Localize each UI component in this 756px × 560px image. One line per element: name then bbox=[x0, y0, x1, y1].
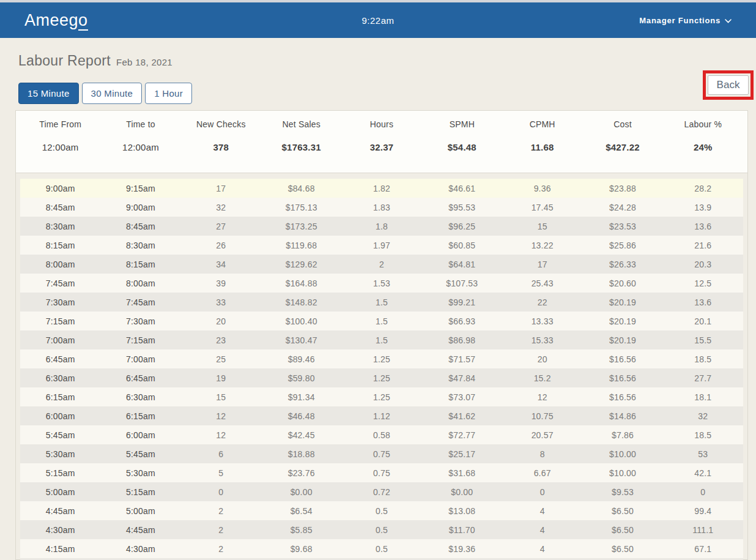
tab-30-minute[interactable]: 30 Minute bbox=[82, 83, 143, 104]
cell: 8:30am bbox=[100, 241, 180, 250]
manager-functions-menu[interactable]: Manager Functions bbox=[639, 16, 732, 25]
cell: 20.3 bbox=[663, 259, 743, 269]
cell: 0.5 bbox=[341, 525, 421, 535]
cell: 28.2 bbox=[663, 184, 743, 193]
cell: 7:15am bbox=[100, 335, 180, 345]
manager-functions-label: Manager Functions bbox=[639, 16, 721, 25]
labour-report-table: Time FromTime toNew ChecksNet SalesHours… bbox=[15, 110, 748, 560]
cell: $96.25 bbox=[422, 222, 502, 231]
cell: 0.75 bbox=[341, 449, 421, 459]
cell: 24% bbox=[663, 142, 743, 152]
cell: 23 bbox=[181, 335, 261, 345]
cell: 0 bbox=[502, 487, 582, 497]
cell: 27.7 bbox=[663, 373, 743, 383]
cell: $64.81 bbox=[422, 259, 502, 269]
cell: 13.22 bbox=[502, 241, 582, 250]
cell: $84.68 bbox=[261, 184, 341, 193]
cell: $95.53 bbox=[422, 203, 502, 212]
cell: $23.53 bbox=[582, 222, 662, 231]
cell: New Checks bbox=[181, 119, 261, 129]
cell: 8:15am bbox=[20, 241, 100, 250]
cell: 17.45 bbox=[502, 203, 582, 212]
table-row: 7:45am8:00am39$164.881.53$107.5325.43$20… bbox=[20, 274, 743, 293]
cell: 9.36 bbox=[502, 184, 582, 193]
cell: Cost bbox=[582, 119, 662, 129]
cell: $9.53 bbox=[582, 487, 662, 497]
cell: $23.76 bbox=[261, 468, 341, 478]
cell: 1.5 bbox=[341, 316, 421, 326]
interval-tabs: 15 Minute 30 Minute 1 Hour bbox=[18, 83, 738, 104]
cell: 13.9 bbox=[663, 203, 743, 212]
cell: $173.25 bbox=[261, 222, 341, 231]
cell: $16.56 bbox=[582, 392, 662, 402]
cell: 7:15am bbox=[20, 316, 100, 326]
cell: $11.70 bbox=[422, 525, 502, 535]
cell: 0.75 bbox=[341, 468, 421, 478]
cell: 0.58 bbox=[341, 430, 421, 440]
table-row: 8:30am8:45am27$173.251.8$96.2515$23.5313… bbox=[20, 217, 743, 236]
cell: 15 bbox=[502, 222, 582, 231]
cell: $0.00 bbox=[261, 487, 341, 497]
cell: 99.4 bbox=[663, 506, 743, 516]
cell: 12 bbox=[181, 430, 261, 440]
table-row: 4:15am4:30am2$9.680.5$19.364$6.5067.1 bbox=[20, 539, 743, 558]
table-row: 5:15am5:30am5$23.760.75$31.686.67$10.004… bbox=[20, 463, 743, 482]
cell: 8:45am bbox=[20, 203, 100, 212]
cell: $10.00 bbox=[582, 449, 662, 459]
cell: 0 bbox=[663, 487, 743, 497]
cell: 17 bbox=[502, 259, 582, 269]
cell: 111.1 bbox=[663, 525, 743, 535]
cell: 7:45am bbox=[20, 278, 100, 288]
cell: 25 bbox=[181, 354, 261, 364]
cell: 1.12 bbox=[341, 411, 421, 421]
cell: $6.50 bbox=[582, 525, 662, 535]
cell: 18.5 bbox=[663, 354, 743, 364]
back-button[interactable]: Back bbox=[708, 75, 749, 95]
cell: 1.25 bbox=[341, 354, 421, 364]
cell: $24.28 bbox=[582, 203, 662, 212]
table-row: 7:30am7:45am33$148.821.5$99.2122$20.1913… bbox=[20, 293, 743, 312]
cell: 7:45am bbox=[100, 297, 180, 307]
red-annotation-box: Back bbox=[703, 70, 754, 100]
tab-1-hour[interactable]: 1 Hour bbox=[145, 83, 192, 104]
cell: 378 bbox=[181, 142, 261, 152]
cell: 32 bbox=[181, 203, 261, 212]
cell: $31.68 bbox=[422, 468, 502, 478]
cell: $10.00 bbox=[582, 468, 662, 478]
cell: $26.33 bbox=[582, 259, 662, 269]
cell: $42.45 bbox=[261, 430, 341, 440]
cell: 7:00am bbox=[100, 354, 180, 364]
cell: 25.43 bbox=[502, 278, 582, 288]
cell: 17 bbox=[181, 184, 261, 193]
cell: 1.83 bbox=[341, 203, 421, 212]
cell: $47.84 bbox=[422, 373, 502, 383]
cell: 8:00am bbox=[20, 259, 100, 269]
cell: 8:15am bbox=[100, 259, 180, 269]
cell: $148.82 bbox=[261, 297, 341, 307]
cell: 21.6 bbox=[663, 241, 743, 250]
ameego-logo[interactable]: Ameego bbox=[24, 11, 88, 30]
cell: $46.48 bbox=[261, 411, 341, 421]
cell: $72.77 bbox=[422, 430, 502, 440]
cell: 5:30am bbox=[100, 468, 180, 478]
table-summary-row: 12:00am12:00am378$1763.3132.37$54.4811.6… bbox=[20, 142, 743, 152]
cell: 9:15am bbox=[100, 184, 180, 193]
tab-15-minute[interactable]: 15 Minute bbox=[18, 83, 79, 104]
table-header-card: Time FromTime toNew ChecksNet SalesHours… bbox=[16, 111, 747, 173]
cell: Net Sales bbox=[261, 119, 341, 129]
cell: 6:15am bbox=[100, 411, 180, 421]
logo-text: Ameeg bbox=[24, 11, 78, 29]
cell: 6:30am bbox=[20, 373, 100, 383]
cell: $25.17 bbox=[422, 449, 502, 459]
cell: 7:30am bbox=[100, 316, 180, 326]
cell: $23.88 bbox=[582, 184, 662, 193]
cell: 7:30am bbox=[20, 297, 100, 307]
chevron-down-icon bbox=[725, 16, 732, 25]
cell: 18.5 bbox=[663, 430, 743, 440]
cell: 0 bbox=[181, 487, 261, 497]
cell: 13.6 bbox=[663, 297, 743, 307]
cell: 6:00am bbox=[20, 411, 100, 421]
cell: $107.53 bbox=[422, 278, 502, 288]
cell: 4 bbox=[502, 525, 582, 535]
cell: 5:00am bbox=[100, 506, 180, 516]
